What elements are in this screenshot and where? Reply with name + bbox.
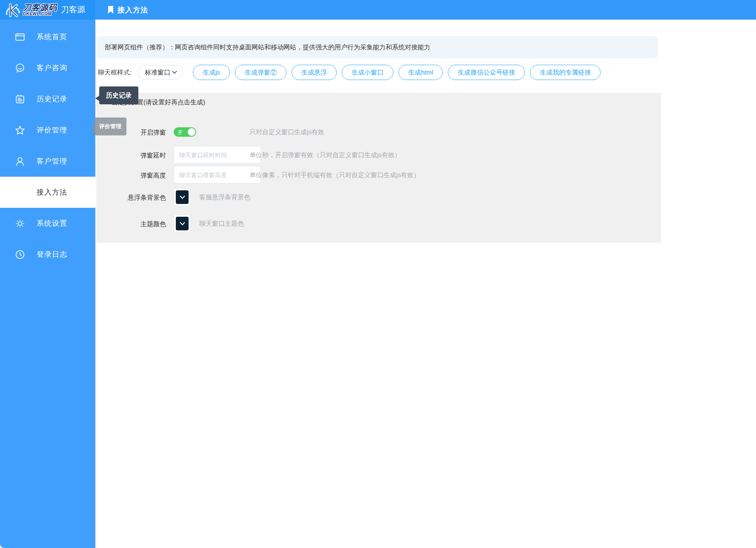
tooltip-arrow-left: [95, 96, 99, 101]
tooltip-history: 历史记录: [99, 86, 138, 104]
user-icon: [14, 156, 26, 167]
sidebar-item-label: 接入方法: [37, 187, 67, 197]
logo-domain: DKEWL.COM: [23, 12, 57, 16]
field-hint: 聊天窗口主题色: [199, 220, 244, 228]
field-label: 悬浮条背景色: [96, 194, 166, 202]
sidebar-item-home[interactable]: 系统首页: [0, 21, 95, 52]
field-label: 弹窗延时: [96, 152, 166, 160]
chat-style-label: 聊天框样式:: [98, 69, 132, 77]
clock-icon: [14, 249, 26, 260]
chevron-down-icon: [180, 222, 185, 226]
sidebar-item-label: 评价管理: [37, 125, 67, 135]
chevron-down-icon: [172, 71, 177, 74]
popup-height-input[interactable]: [174, 166, 261, 184]
tooltip-text: 历史记录: [106, 92, 132, 100]
logo-title: 刀客源码: [23, 3, 57, 11]
field-label: 弹窗高度: [96, 172, 166, 180]
sidebar-item-label: 客户咨询: [37, 63, 67, 73]
tooltip-text: 评价管理: [99, 123, 121, 130]
gear-icon: [14, 218, 26, 229]
logo[interactable]: 刀客源码 DKEWL.COM 刀客源: [0, 0, 95, 20]
sidebar-item-label: 历史记录: [37, 94, 67, 104]
chat-face-icon: [14, 63, 26, 74]
sidebar-item-review[interactable]: 评价管理: [0, 115, 95, 146]
generate-popup-button[interactable]: 生成弹窗②: [235, 65, 286, 80]
popup-toggle[interactable]: 开: [174, 127, 196, 137]
toggle-on-label: 开: [178, 129, 183, 136]
floatbar-color-picker[interactable]: [174, 188, 191, 206]
generate-small-window-button[interactable]: 生成小窗口: [342, 65, 393, 80]
logo-text: 刀客源码 DKEWL.COM: [23, 3, 57, 16]
generate-float-button[interactable]: 生成悬浮: [292, 65, 337, 80]
chevron-down-icon: [180, 195, 185, 199]
star-icon: [14, 125, 26, 136]
generate-html-button[interactable]: 生成html: [398, 65, 443, 80]
chat-style-select[interactable]: 标准窗口: [137, 65, 183, 80]
sidebar-item-label: 系统设置: [37, 218, 67, 228]
sidebar-item-access-method[interactable]: 接入方法: [0, 177, 95, 208]
notice-text: 部署网页组件（推荐）：网页咨询组件同时支持桌面网站和移动网站，提供强大的用户行为…: [105, 43, 430, 52]
toggle-knob: [188, 128, 195, 136]
sidebar-item-label: 系统首页: [37, 32, 67, 42]
tooltip-review: 评价管理: [94, 118, 126, 135]
notice-banner: 部署网页组件（推荐）：网页咨询组件同时支持桌面网站和移动网站，提供强大的用户行为…: [97, 36, 658, 58]
custom-settings-panel: 自定义设置(请设置好再点击生成) 开启弹窗 开 只对自定义窗口生成js有效 弹窗…: [96, 93, 661, 243]
sidebar-item-consult[interactable]: 客户咨询: [0, 52, 95, 83]
sidebar-item-label: 客户管理: [37, 156, 67, 166]
theme-color-picker[interactable]: [174, 215, 191, 232]
top-header: 接入方法: [95, 0, 756, 20]
sidebar-item-login-log[interactable]: 登录日志: [0, 239, 95, 270]
popup-delay-input[interactable]: [174, 146, 261, 164]
sidebar-item-history[interactable]: 历史记录: [0, 83, 95, 115]
field-hint: 客服悬浮条背景色: [199, 193, 250, 201]
color-swatch: [176, 217, 189, 230]
sidebar-menu: 系统首页 客户咨询 历史记录: [0, 21, 95, 270]
page-title: 接入方法: [117, 5, 148, 15]
sidebar-item-label: 登录日志: [37, 250, 67, 259]
field-hint: 只对自定义窗口生成js有效: [249, 128, 324, 136]
window-icon: [14, 32, 26, 43]
sidebar-item-settings[interactable]: 系统设置: [0, 208, 95, 239]
generate-exclusive-link-button[interactable]: 生成我的专属链接: [530, 65, 601, 80]
clipboard-icon: [14, 94, 26, 105]
generate-js-button[interactable]: 生成js: [193, 65, 230, 80]
field-hint: 单位像素，只针对手机端有效（只对自定义窗口生成js有效）: [249, 171, 420, 179]
generate-buttons: 生成js 生成弹窗② 生成悬浮 生成小窗口 生成html 生成微信公众号链接 生…: [193, 65, 606, 80]
select-value: 标准窗口: [145, 69, 170, 77]
field-hint: 单位秒，开启弹窗有效（只对自定义窗口生成js有效）: [249, 151, 401, 159]
sidebar-item-customers[interactable]: 客户管理: [0, 146, 95, 177]
field-label: 主题颜色: [96, 220, 166, 228]
logo-k-icon: [3, 1, 22, 18]
generate-wechat-link-button[interactable]: 生成微信公众号链接: [448, 65, 525, 80]
logo-side-text: 刀客源: [61, 4, 85, 15]
chat-style-row: 聊天框样式: 标准窗口 生成js 生成弹窗② 生成悬浮 生成小窗口 生成html…: [98, 65, 606, 80]
color-swatch: [176, 190, 189, 204]
tooltip-arrow-left: [90, 126, 94, 131]
sidebar: 系统首页 客户咨询 历史记录: [0, 20, 95, 548]
bookmark-icon: [107, 6, 114, 14]
